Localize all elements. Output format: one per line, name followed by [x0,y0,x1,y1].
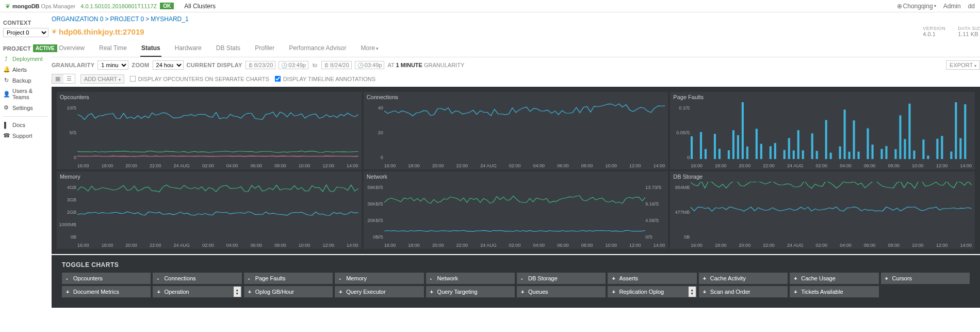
chart-opcounters: Opcounters 10/S5/S0 16:0018:0020:0022:00… [57,92,362,169]
view-toggle[interactable]: ▦☰ [52,74,75,84]
sidebar-item-settings[interactable]: ⚙Settings [3,102,48,113]
toggle-queues[interactable]: +Queues [517,286,606,297]
tab-overview[interactable]: Overview [58,41,86,57]
product-name: mongoDB Ops Manager [12,3,75,9]
date-to-input[interactable]: 🗓8/24/20 [321,61,352,69]
chart-title: Memory [60,173,358,180]
opt-timeline-annotations[interactable]: DISPLAY TIMELINE ANNOTATIONS [274,75,375,82]
to-label: to [313,62,317,68]
x-axis: 16:0018:0020:0022:0024 AUG02:0004:0006:0… [691,163,972,168]
toggle-label: Opcounters [73,275,103,281]
minus-icon: - [248,275,252,281]
sidebar-item-alerts[interactable]: 🔔Alerts [3,64,48,75]
toggle-query-targeting[interactable]: +Query Targeting [426,286,515,297]
tab-status[interactable]: Status [140,41,161,57]
plus-icon: + [248,289,252,295]
sidebar-item-users-teams[interactable]: 👤Users & Teams [3,86,48,102]
sidebar-item-label: Docs [12,122,25,128]
toggle-network[interactable]: -Network [426,273,515,284]
time-from-input[interactable]: 🕒03:49p [279,61,308,69]
svg-rect-21 [788,138,790,159]
svg-rect-47 [909,104,911,159]
sidebar-item-backup[interactable]: ↻Backup [3,75,48,86]
bc-shard[interactable]: MYSHARD_1 [151,15,188,23]
current-display-label: CURRENT DISPLAY [187,62,242,68]
sidebar-item-support[interactable]: ☎Support [3,130,48,141]
svg-rect-11 [742,102,744,159]
chart-body [384,102,665,161]
chart-memory: Memory 4GB3GB2GB1000MB0B 16:0018:0020:00… [57,171,362,249]
sort-arrows-icon[interactable]: ▲▼ [234,287,241,297]
tabs: OverviewReal TimeStatusHardwareDB StatsP… [52,41,980,57]
sort-arrows-icon[interactable]: ▲▼ [689,287,696,297]
toggle-scan-and-order[interactable]: +Scan and Order [699,286,788,297]
toggle-query-executor[interactable]: +Query Executor [335,286,423,297]
zoom-label: ZOOM [132,62,149,68]
plus-icon: + [430,289,434,295]
minus-icon: - [339,275,343,281]
admin-link[interactable]: Admin [943,3,961,10]
time-to-input[interactable]: 🕒03:49p [355,61,385,69]
sidebar-item-docs[interactable]: ▌Docs [3,120,48,130]
svg-rect-30 [830,153,832,159]
x-axis: 16:0018:0020:0022:0024 AUG02:0004:0006:0… [384,243,665,248]
toggle-opcounters[interactable]: -Opcounters [62,273,151,284]
bc-proj[interactable]: PROJECT 0 [110,15,144,23]
toggle-page-faults[interactable]: -Page Faults [244,273,333,284]
toggle-db-storage[interactable]: -DB Storage [517,273,606,284]
leaf-icon: ❦ [52,28,57,35]
dd-link[interactable]: dd [968,3,975,10]
granularity-select[interactable]: 1 minu [97,60,128,70]
toggle-operation[interactable]: +Operation▲▼ [153,286,241,297]
location-menu[interactable]: ⊕Chongqing▾ [897,3,936,10]
tab-performance-advisor[interactable]: Performance Advisor [288,41,347,57]
toggle-memory[interactable]: -Memory [335,273,423,284]
toggle-cache-activity[interactable]: +Cache Activity [699,273,788,284]
toggle-cache-usage[interactable]: +Cache Usage [790,273,878,284]
toggle-asserts[interactable]: +Asserts [608,273,696,284]
tab-real-time[interactable]: Real Time [98,41,128,57]
version-value: 4.0.1 [923,31,945,37]
topbar: ❦ mongoDB Ops Manager 4.0.1.50101.201808… [0,0,980,12]
grid-view-icon[interactable]: ▦ [52,74,63,83]
tab-db-stats[interactable]: DB Stats [215,41,241,57]
at-granularity-text: AT 1 MINUTE GRANULARITY [387,62,464,68]
zoom-select[interactable]: 24 hou [153,60,184,70]
bc-org[interactable]: ORGANIZATION 0 [52,15,103,23]
sidebar-item-deployment[interactable]: ⤴Deployment [3,54,48,64]
all-clusters-link[interactable]: All Clusters [184,3,216,10]
toggle-tickets-available[interactable]: +Tickets Available [790,286,878,297]
y-axis: 954MB477MB0B [672,185,690,240]
tab-profiler[interactable]: Profiler [254,41,275,57]
opt-separate-opcounters[interactable]: DISPLAY OPCOUNTERS ON SEPARATE CHARTS [129,75,269,82]
tab-hardware[interactable]: Hardware [174,41,203,57]
export-button[interactable]: EXPORT ▾ [946,60,980,70]
toggle-document-metrics[interactable]: +Document Metrics [62,286,151,297]
toggle-oplog-gb-hour[interactable]: +Oplog GB/Hour [244,286,333,297]
date-from-input[interactable]: 🗓8/23/20 [246,61,276,69]
toggle-replication-oplog[interactable]: +Replication Oplog▲▼ [608,286,696,297]
toggle-connections[interactable]: -Connections [153,273,241,284]
chart-title: DB Storage [673,173,972,180]
granularity-label: GRANULARITY [52,62,94,68]
add-chart-button[interactable]: ADD CHART ▾ [80,74,124,84]
plus-icon: + [885,275,889,281]
chart-body [691,182,972,241]
chart-db-storage: DB Storage 954MB477MB0B 16:0018:0020:002… [670,171,975,249]
plus-icon: + [339,289,343,295]
sidebar-icon: ⤴ [3,56,9,62]
toggle-label: Cache Activity [710,275,746,281]
minus-icon: - [430,275,434,281]
toggle-label: Cursors [892,275,912,281]
sidebar-icon: ⚙ [3,104,9,111]
toggle-label: Replication Oplog [619,289,664,295]
clock-icon: 🕒 [357,62,364,68]
tab-more[interactable]: More [360,41,380,57]
context-select[interactable]: Project 0 [3,28,48,37]
y-axis: 59KB/S39KB/S20KB/S0B/S [366,185,383,240]
toggle-label: Operation [164,289,189,295]
toggle-cursors[interactable]: +Cursors [881,273,970,284]
x-axis: 16:0018:0020:0022:0024 AUG02:0004:0006:0… [77,243,358,248]
list-view-icon[interactable]: ☰ [63,74,75,83]
context-label: CONTEXT [3,20,48,26]
